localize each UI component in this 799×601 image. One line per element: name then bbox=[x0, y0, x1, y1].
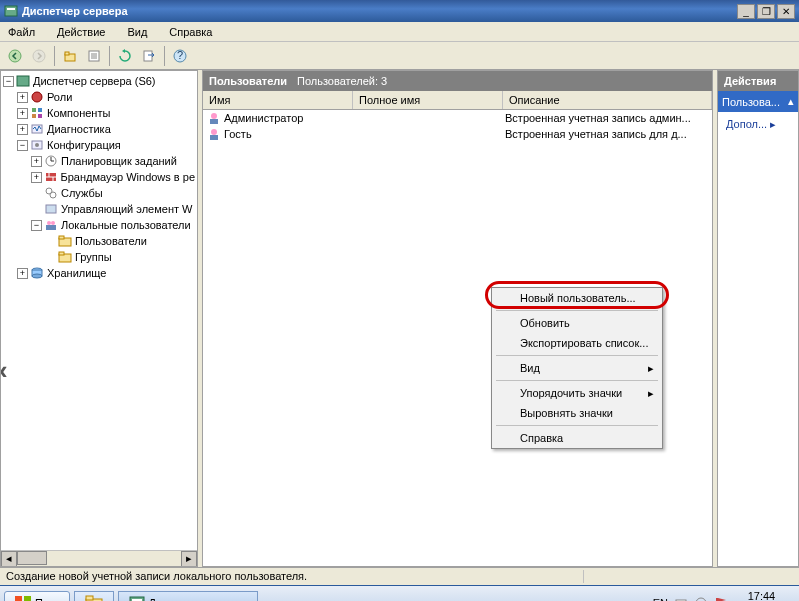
tray-icon[interactable] bbox=[674, 596, 688, 602]
windows-logo-icon bbox=[15, 596, 31, 602]
properties-button[interactable] bbox=[83, 45, 105, 67]
scroll-left-button[interactable]: ◂ bbox=[1, 551, 17, 567]
tree-firewall[interactable]: + Брандмауэр Windows в ре bbox=[3, 169, 195, 185]
up-button[interactable] bbox=[59, 45, 81, 67]
svg-rect-18 bbox=[38, 114, 42, 118]
refresh-button[interactable] bbox=[114, 45, 136, 67]
collapse-pane-chevron[interactable]: ‹ bbox=[0, 355, 8, 386]
tree-roles[interactable]: + Роли bbox=[3, 89, 195, 105]
toolbar: ? bbox=[0, 42, 799, 70]
tree-task-scheduler[interactable]: + Планировщик заданий bbox=[3, 153, 195, 169]
tree-horizontal-scrollbar[interactable]: ◂ ▸ bbox=[1, 550, 197, 566]
tray-icon[interactable] bbox=[694, 596, 708, 602]
tree-components[interactable]: + Компоненты bbox=[3, 105, 195, 121]
svg-rect-43 bbox=[210, 119, 218, 124]
scroll-right-button[interactable]: ▸ bbox=[181, 551, 197, 567]
tree-services[interactable]: Службы bbox=[3, 185, 195, 201]
expand-icon[interactable]: + bbox=[17, 108, 28, 119]
expand-icon[interactable]: + bbox=[31, 172, 42, 183]
scheduler-icon bbox=[44, 154, 58, 168]
tree-label: Хранилище bbox=[47, 267, 106, 279]
expand-icon[interactable]: + bbox=[17, 92, 28, 103]
svg-text:?: ? bbox=[177, 49, 183, 61]
svg-rect-38 bbox=[59, 252, 64, 255]
context-menu: Новый пользователь... Обновить Экспортир… bbox=[491, 287, 663, 449]
context-help[interactable]: Справка bbox=[492, 428, 662, 448]
collapse-icon[interactable]: − bbox=[17, 140, 28, 151]
col-name[interactable]: Имя bbox=[203, 91, 353, 109]
svg-point-55 bbox=[696, 598, 706, 602]
list-item[interactable]: Администратор Встроенная учетная запись … bbox=[203, 110, 712, 126]
collapse-icon[interactable]: − bbox=[31, 220, 42, 231]
tree-label: Диспетчер сервера (S6) bbox=[33, 75, 156, 87]
roles-icon bbox=[30, 90, 44, 104]
start-button[interactable]: Пуск bbox=[4, 591, 70, 602]
taskbar-item-explorer[interactable] bbox=[74, 591, 114, 602]
svg-rect-16 bbox=[38, 108, 42, 112]
context-refresh[interactable]: Обновить bbox=[492, 313, 662, 333]
window-titlebar: Диспетчер сервера _ ❐ ✕ bbox=[0, 0, 799, 22]
expand-icon[interactable]: + bbox=[17, 268, 28, 279]
actions-section[interactable]: Пользова... ▴ bbox=[718, 91, 798, 112]
export-button[interactable] bbox=[138, 45, 160, 67]
tray-flag-icon[interactable] bbox=[714, 596, 728, 602]
menu-view[interactable]: Вид bbox=[123, 25, 151, 39]
tree-diagnostics[interactable]: + Диагностика bbox=[3, 121, 195, 137]
components-icon bbox=[30, 106, 44, 120]
explorer-icon bbox=[85, 595, 103, 602]
system-tray: EN 17:44 04.08.2012 bbox=[647, 590, 795, 602]
expand-icon[interactable]: + bbox=[31, 156, 42, 167]
collapse-icon[interactable]: − bbox=[3, 76, 14, 87]
tree-wmi[interactable]: Управляющий элемент W bbox=[3, 201, 195, 217]
svg-point-30 bbox=[50, 192, 56, 198]
tree-label: Конфигурация bbox=[47, 139, 121, 151]
svg-rect-13 bbox=[17, 76, 29, 86]
tree-label: Группы bbox=[75, 251, 112, 263]
back-button[interactable] bbox=[4, 45, 26, 67]
language-indicator[interactable]: EN bbox=[653, 597, 668, 602]
tree-label: Диагностика bbox=[47, 123, 111, 135]
context-view[interactable]: Вид bbox=[492, 358, 662, 378]
taskbar-item-server-manager[interactable]: Диспетчер сервера bbox=[118, 591, 259, 602]
minimize-button[interactable]: _ bbox=[737, 4, 755, 19]
col-desc[interactable]: Описание bbox=[503, 91, 712, 109]
context-arrange[interactable]: Упорядочить значки bbox=[492, 383, 662, 403]
tree-local-users[interactable]: − Локальные пользователи bbox=[3, 217, 195, 233]
svg-point-3 bbox=[33, 50, 45, 62]
list-item[interactable]: Гость Встроенная учетная запись для д... bbox=[203, 126, 712, 142]
content-count: Пользователей: 3 bbox=[297, 75, 387, 87]
context-export[interactable]: Экспортировать список... bbox=[492, 333, 662, 353]
help-button[interactable]: ? bbox=[169, 45, 191, 67]
tree-root[interactable]: − Диспетчер сервера (S6) bbox=[3, 73, 195, 89]
forward-button bbox=[28, 45, 50, 67]
svg-point-32 bbox=[47, 221, 51, 225]
menu-action[interactable]: Действие bbox=[53, 25, 109, 39]
context-align[interactable]: Выровнять значки bbox=[492, 403, 662, 423]
tree-label: Пользователи bbox=[75, 235, 147, 247]
maximize-button[interactable]: ❐ bbox=[757, 4, 775, 19]
svg-point-44 bbox=[211, 129, 217, 135]
status-text: Создание новой учетной записи локального… bbox=[6, 570, 583, 583]
context-new-user[interactable]: Новый пользователь... bbox=[492, 288, 662, 308]
col-fullname[interactable]: Полное имя bbox=[353, 91, 503, 109]
close-button[interactable]: ✕ bbox=[777, 4, 795, 19]
expand-icon[interactable]: + bbox=[17, 124, 28, 135]
tree-users[interactable]: Пользователи bbox=[3, 233, 195, 249]
cell-desc: Встроенная учетная запись для д... bbox=[505, 128, 708, 140]
actions-more[interactable]: Допол... ▸ bbox=[718, 112, 798, 137]
svg-rect-36 bbox=[59, 236, 64, 239]
clock[interactable]: 17:44 04.08.2012 bbox=[734, 590, 789, 602]
svg-rect-1 bbox=[7, 8, 15, 10]
menu-file[interactable]: Файл bbox=[4, 25, 39, 39]
tree-label: Планировщик заданий bbox=[61, 155, 177, 167]
tree-label: Службы bbox=[61, 187, 103, 199]
menu-bar: Файл Действие Вид Справка bbox=[0, 22, 799, 42]
tree-configuration[interactable]: − Конфигурация bbox=[3, 137, 195, 153]
tree-groups[interactable]: Группы bbox=[3, 249, 195, 265]
tree-storage[interactable]: + Хранилище bbox=[3, 265, 195, 281]
svg-rect-17 bbox=[32, 114, 36, 118]
status-grip bbox=[583, 570, 793, 583]
scroll-thumb[interactable] bbox=[17, 551, 47, 565]
firewall-icon bbox=[44, 170, 58, 184]
menu-help[interactable]: Справка bbox=[165, 25, 216, 39]
